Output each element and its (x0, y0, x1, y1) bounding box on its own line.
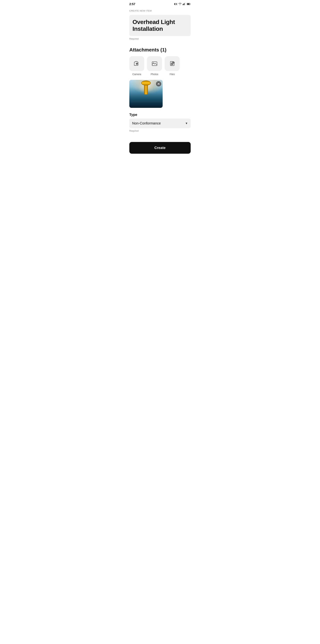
photos-button[interactable]: Photos (147, 56, 162, 76)
page-title: CREATE NEW ITEM (129, 10, 152, 12)
wifi-icon: 6 (178, 3, 182, 6)
type-select[interactable]: Non-Conformance ▼ (129, 118, 191, 128)
svg-rect-5 (184, 3, 185, 5)
files-icon-container (165, 56, 180, 71)
files-icon (169, 60, 175, 67)
create-button[interactable]: Create (129, 142, 191, 154)
svg-point-12 (153, 63, 154, 63)
svg-rect-3 (183, 4, 183, 5)
camera-icon (134, 60, 140, 67)
page-header: CREATE NEW ITEM (126, 8, 194, 15)
photos-icon-container (147, 56, 162, 71)
svg-rect-4 (183, 4, 184, 5)
photos-icon (151, 60, 158, 67)
attachment-preview (129, 80, 163, 108)
status-bar: 2:57 6 (126, 0, 194, 8)
remove-attachment-button[interactable] (156, 81, 161, 86)
svg-rect-8 (187, 3, 189, 5)
content: Overhead Light Installation Required Att… (126, 15, 194, 132)
title-input-area[interactable]: Overhead Light Installation (129, 15, 191, 36)
battery-icon (187, 3, 191, 6)
chevron-down-icon: ▼ (185, 122, 188, 125)
status-time: 2:57 (129, 2, 135, 6)
status-icons: 6 (174, 3, 191, 6)
mute-icon (174, 3, 177, 6)
svg-text:6: 6 (181, 3, 181, 4)
photos-label: Photos (151, 73, 158, 76)
title-text[interactable]: Overhead Light Installation (133, 18, 187, 32)
camera-icon-container (129, 56, 144, 71)
type-required-label: Required (129, 130, 191, 132)
svg-rect-6 (185, 3, 185, 5)
camera-button[interactable]: Camera (129, 56, 144, 76)
camera-label: Camera (133, 73, 141, 76)
type-field-label: Type (129, 113, 191, 117)
files-button[interactable]: Files (165, 56, 180, 76)
close-icon (157, 82, 160, 85)
title-required-label: Required (129, 38, 191, 40)
svg-point-10 (136, 63, 137, 64)
attachment-buttons: Camera Photos (129, 56, 191, 76)
type-select-value: Non-Conformance (132, 121, 161, 125)
type-field: Type Non-Conformance ▼ Required (129, 113, 191, 132)
files-label: Files (170, 73, 175, 76)
signal-icon (183, 3, 186, 6)
create-button-container: Create (126, 139, 194, 158)
attachments-title: Attachments (1) (129, 47, 191, 53)
attachments-section: Attachments (1) Camera (129, 47, 191, 108)
